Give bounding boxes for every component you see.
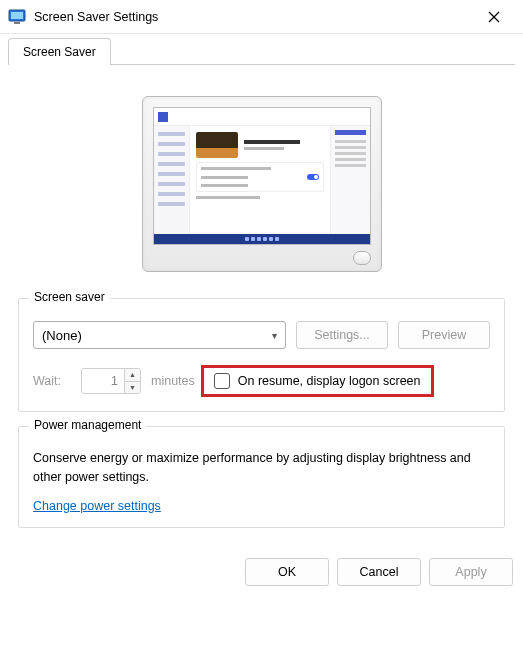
cancel-button[interactable]: Cancel — [337, 558, 421, 586]
dropdown-value: (None) — [42, 328, 82, 343]
close-icon — [488, 11, 500, 23]
screensaver-app-icon — [8, 8, 26, 26]
ok-button[interactable]: OK — [245, 558, 329, 586]
titlebar: Screen Saver Settings — [0, 0, 523, 34]
dialog-content: Screen saver (None) ▾ Settings... Previe… — [0, 66, 523, 550]
window-title: Screen Saver Settings — [34, 10, 471, 24]
spinner-down[interactable]: ▼ — [125, 382, 140, 394]
wait-spinner[interactable]: 1 ▲ ▼ — [81, 368, 141, 394]
settings-button: Settings... — [296, 321, 388, 349]
power-management-group: Power management Conserve energy or maxi… — [18, 426, 505, 528]
screensaver-dropdown[interactable]: (None) ▾ — [33, 321, 286, 349]
resume-highlight-box: On resume, display logon screen — [201, 365, 434, 397]
tab-screen-saver[interactable]: Screen Saver — [8, 38, 111, 65]
tab-strip: Screen Saver — [0, 34, 523, 65]
resume-checkbox-label: On resume, display logon screen — [238, 374, 421, 388]
wait-label: Wait: — [33, 374, 71, 388]
chevron-down-icon: ▾ — [272, 330, 277, 341]
svg-rect-1 — [11, 12, 23, 19]
wait-value: 1 — [82, 369, 124, 393]
minutes-label: minutes — [151, 374, 195, 388]
resume-checkbox[interactable] — [214, 373, 230, 389]
preview-button: Preview — [398, 321, 490, 349]
change-power-settings-link[interactable]: Change power settings — [33, 499, 161, 513]
power-management-legend: Power management — [29, 418, 146, 432]
screen-saver-group: Screen saver (None) ▾ Settings... Previe… — [18, 298, 505, 412]
monitor-preview-area — [18, 78, 505, 298]
close-button[interactable] — [471, 2, 517, 32]
power-management-description: Conserve energy or maximize performance … — [33, 449, 490, 487]
apply-button: Apply — [429, 558, 513, 586]
monitor-illustration — [142, 96, 382, 272]
tab-label: Screen Saver — [23, 45, 96, 59]
dialog-footer: OK Cancel Apply — [0, 550, 523, 596]
svg-rect-2 — [14, 22, 20, 24]
spinner-up[interactable]: ▲ — [125, 369, 140, 382]
screen-saver-legend: Screen saver — [29, 290, 110, 304]
